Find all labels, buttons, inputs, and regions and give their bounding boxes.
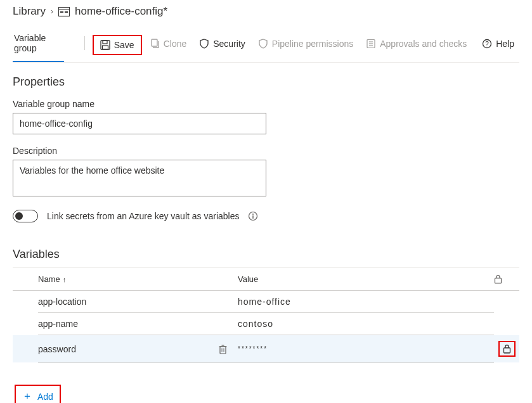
tab-variable-group[interactable]: Variable group bbox=[13, 28, 64, 62]
help-icon: ? bbox=[482, 39, 492, 49]
approvals-button[interactable]: Approvals and checks bbox=[361, 35, 472, 55]
cell-value: home-office bbox=[238, 297, 494, 307]
table-header: Name↑ Value bbox=[13, 267, 519, 291]
shield-icon bbox=[199, 39, 209, 49]
svg-rect-7 bbox=[152, 39, 157, 46]
link-secrets-toggle[interactable] bbox=[13, 210, 38, 222]
svg-rect-2 bbox=[60, 11, 63, 13]
breadcrumb-library[interactable]: Library bbox=[13, 5, 46, 18]
svg-rect-23 bbox=[503, 348, 510, 353]
variable-group-icon bbox=[58, 7, 70, 16]
help-button[interactable]: ? Help bbox=[477, 35, 519, 55]
cell-value: ******** bbox=[238, 345, 494, 352]
cell-name: password bbox=[13, 344, 238, 354]
sort-arrow-icon: ↑ bbox=[63, 276, 67, 283]
checklist-icon bbox=[366, 39, 376, 49]
breadcrumb-current: home-office-config* bbox=[75, 5, 167, 18]
col-lock-header bbox=[494, 274, 519, 284]
svg-text:?: ? bbox=[485, 41, 489, 48]
security-button[interactable]: Security bbox=[194, 35, 250, 55]
svg-point-15 bbox=[253, 214, 254, 215]
save-button[interactable]: Save bbox=[93, 35, 142, 55]
chevron-right-icon: › bbox=[51, 7, 53, 16]
delete-icon[interactable] bbox=[218, 344, 228, 354]
variables-table: Name↑ Value app-location home-office app… bbox=[13, 267, 519, 363]
svg-rect-5 bbox=[103, 41, 107, 44]
svg-rect-3 bbox=[65, 11, 68, 13]
table-row[interactable]: app-location home-office bbox=[13, 291, 519, 312]
name-label: Variable group name bbox=[13, 99, 519, 109]
breadcrumb: Library › home-office-config* bbox=[13, 5, 519, 18]
col-value-header[interactable]: Value bbox=[238, 274, 494, 284]
toolbar-separator bbox=[84, 36, 85, 50]
variables-title: Variables bbox=[13, 248, 519, 261]
clone-button[interactable]: Clone bbox=[145, 35, 192, 55]
plus-icon: ＋ bbox=[22, 390, 32, 403]
desc-input[interactable]: Variables for the home office website bbox=[13, 160, 266, 196]
link-secrets-label: Link secrets from an Azure key vault as … bbox=[47, 211, 239, 221]
svg-rect-17 bbox=[495, 278, 502, 283]
clone-icon bbox=[150, 39, 160, 49]
cell-name: app-location bbox=[13, 297, 238, 307]
cell-name: app-name bbox=[13, 319, 238, 329]
col-name-header[interactable]: Name↑ bbox=[13, 274, 238, 284]
info-icon[interactable] bbox=[248, 211, 258, 221]
name-input[interactable] bbox=[13, 113, 266, 134]
table-row[interactable]: app-name contoso bbox=[13, 313, 519, 335]
save-icon bbox=[100, 40, 110, 50]
svg-rect-16 bbox=[253, 215, 254, 219]
svg-rect-6 bbox=[102, 46, 108, 49]
shield-icon bbox=[258, 39, 268, 49]
pipeline-permissions-button[interactable]: Pipeline permissions bbox=[253, 35, 358, 55]
table-row[interactable]: password ******** bbox=[13, 335, 519, 362]
lock-icon[interactable] bbox=[498, 341, 516, 357]
toolbar: Variable group Save Clone Security Pipel… bbox=[13, 28, 519, 63]
cell-value: contoso bbox=[238, 319, 494, 329]
add-button[interactable]: ＋ Add bbox=[15, 385, 61, 403]
svg-rect-18 bbox=[220, 347, 226, 354]
desc-label: Description bbox=[13, 146, 519, 156]
properties-title: Properties bbox=[13, 75, 519, 89]
